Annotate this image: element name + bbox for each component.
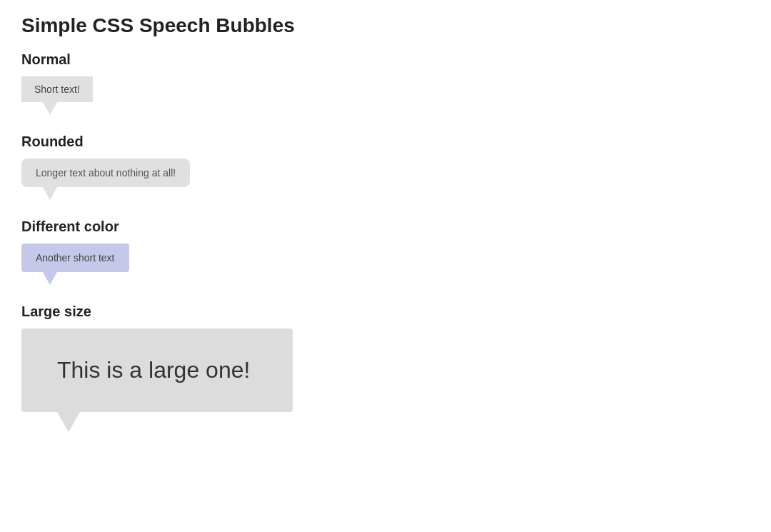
bubble-large: This is a large one! — [21, 328, 293, 412]
bubble-normal: Short text! — [21, 76, 93, 102]
section-rounded: Rounded Longer text about nothing at all… — [21, 134, 750, 197]
section-large-label: Large size — [21, 303, 750, 320]
bubble-rounded-text: Longer text about nothing at all! — [36, 167, 176, 179]
bubble-normal-text: Short text! — [34, 84, 80, 95]
section-rounded-label: Rounded — [21, 134, 750, 150]
section-different-color: Different color Another short text — [21, 219, 750, 282]
bubble-color: Another short text — [21, 244, 129, 272]
page-title: Simple CSS Speech Bubbles — [21, 14, 750, 37]
section-large-size: Large size This is a large one! — [21, 303, 750, 422]
section-color-label: Different color — [21, 219, 750, 235]
section-normal-label: Normal — [21, 51, 750, 68]
bubble-large-text: This is a large one! — [57, 357, 250, 383]
bubble-rounded: Longer text about nothing at all! — [21, 159, 190, 187]
section-normal: Normal Short text! — [21, 51, 750, 112]
bubble-color-text: Another short text — [36, 252, 115, 264]
